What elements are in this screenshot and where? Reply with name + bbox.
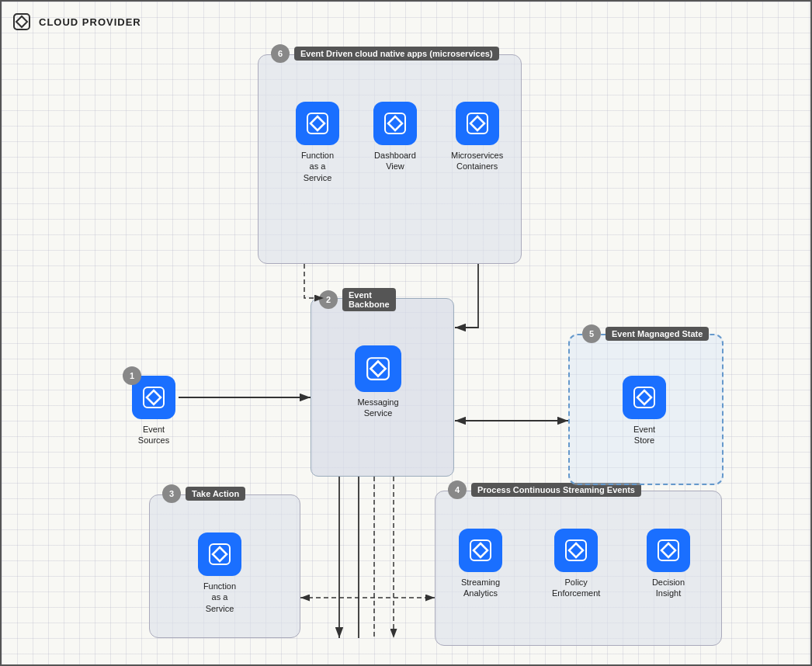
group-event-managed-title: Event Magnaged State (606, 327, 709, 341)
cloud-provider-icon (11, 11, 33, 33)
svg-marker-17 (569, 543, 583, 557)
group-event-managed-number: 5 (582, 324, 601, 343)
group-event-driven: 6 Event Driven cloud native apps (micros… (258, 54, 522, 264)
event-sources-label: EventSources (138, 424, 169, 446)
diamond-svg-ev (632, 385, 657, 410)
event-store: EventStore (623, 376, 666, 446)
microservices-containers: MicroservicesContainers (451, 102, 503, 172)
messaging-service-label: MessagingService (357, 397, 398, 419)
diamond-svg-es (141, 385, 166, 410)
function-service-1-label: Functionas aService (301, 150, 334, 183)
svg-marker-13 (213, 547, 227, 561)
policy-enforcement: PolicyEnforcement (552, 529, 600, 599)
function-service-2-icon (198, 532, 241, 576)
function-service-2-label: Functionas aService (203, 581, 236, 614)
decision-insight-icon (647, 529, 690, 572)
event-store-label: EventStore (633, 424, 655, 446)
group-take-action: 3 Take Action Functionas aService (149, 494, 300, 638)
policy-enforcement-icon (554, 529, 598, 572)
event-store-icon (623, 376, 666, 419)
group-event-driven-title: Event Driven cloud native apps (microser… (294, 47, 499, 61)
dashboard-view: DashboardView (373, 102, 417, 172)
streaming-analytics-label: StreamingAnalytics (461, 577, 500, 599)
function-service-1: Functionas aService (296, 102, 339, 183)
decision-insight-label: DecisionInsight (652, 577, 685, 599)
svg-marker-21 (637, 390, 651, 404)
streaming-analytics-icon (459, 529, 502, 572)
canvas: CLOUD PROVIDER 6 Event Driven cloud nati… (0, 0, 812, 666)
group-take-action-header: 3 Take Action (162, 484, 245, 503)
group-event-backbone-number: 2 (319, 290, 338, 309)
group-event-driven-header: 6 Event Driven cloud native apps (micros… (271, 44, 499, 63)
function-service-1-icon (296, 102, 339, 145)
group-event-backbone-title: EventBackbone (342, 288, 396, 311)
group-event-backbone-header: 2 EventBackbone (319, 288, 396, 311)
group-process-streaming-number: 4 (448, 480, 467, 499)
event-sources-number: 1 (123, 366, 141, 385)
microservices-containers-icon (456, 102, 499, 145)
cloud-provider-label: CLOUD PROVIDER (11, 11, 141, 33)
svg-marker-9 (370, 361, 385, 376)
arrow-mc-to-eb (455, 264, 478, 328)
diamond-svg-3 (465, 111, 490, 136)
group-event-managed: 5 Event Magnaged State EventStore (568, 334, 724, 485)
diamond-svg-f2 (207, 542, 232, 567)
diamond-svg-msg (365, 356, 391, 382)
microservices-containers-label: MicroservicesContainers (451, 150, 503, 172)
diamond-svg-sa (468, 538, 493, 563)
dashboard-view-label: DashboardView (374, 150, 416, 172)
svg-marker-19 (661, 543, 675, 557)
svg-marker-5 (388, 116, 402, 130)
dashboard-view-icon (373, 102, 417, 145)
decision-insight: DecisionInsight (647, 529, 690, 599)
group-process-streaming: 4 Process Continuous Streaming Events St… (435, 491, 722, 646)
messaging-service: MessagingService (355, 345, 401, 419)
svg-marker-1 (16, 16, 27, 27)
event-sources: 1 EventSources (132, 376, 175, 446)
diamond-svg-2 (383, 111, 408, 136)
messaging-service-icon (355, 345, 401, 392)
svg-marker-11 (147, 390, 161, 404)
function-service-2: Functionas aService (198, 532, 241, 614)
policy-enforcement-label: PolicyEnforcement (552, 577, 600, 599)
diamond-svg (305, 111, 330, 136)
svg-marker-3 (311, 116, 324, 130)
streaming-analytics: StreamingAnalytics (459, 529, 502, 599)
group-take-action-title: Take Action (186, 487, 245, 501)
group-take-action-number: 3 (162, 484, 181, 503)
svg-marker-7 (470, 116, 484, 130)
group-event-driven-number: 6 (271, 44, 290, 63)
svg-marker-15 (474, 543, 488, 557)
cloud-provider-text: CLOUD PROVIDER (39, 16, 141, 28)
diamond-svg-di (656, 538, 681, 563)
diamond-svg-pe (564, 538, 588, 563)
group-event-backbone: 2 EventBackbone MessagingService (311, 298, 454, 477)
group-event-managed-header: 5 Event Magnaged State (582, 324, 709, 343)
